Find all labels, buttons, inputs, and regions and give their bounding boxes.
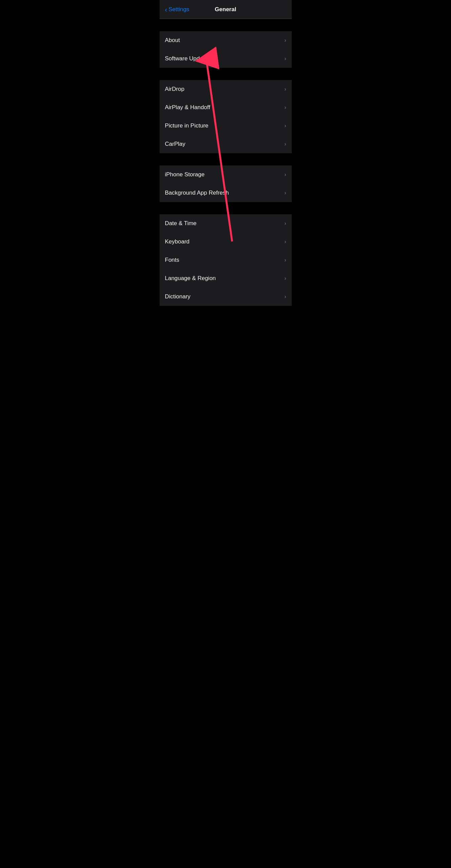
- carplay-label: CarPlay: [165, 141, 185, 147]
- picture-in-picture-item[interactable]: Picture in Picture ›: [160, 117, 292, 135]
- keyboard-item[interactable]: Keyboard ›: [160, 233, 292, 251]
- back-chevron-icon: ‹: [165, 6, 167, 13]
- keyboard-chevron-icon: ›: [284, 239, 286, 245]
- dictionary-label: Dictionary: [165, 293, 191, 300]
- carplay-chevron-icon: ›: [284, 141, 286, 147]
- section-locale: Date & Time › Keyboard › Fonts › Languag…: [160, 214, 292, 306]
- date-time-chevron-icon: ›: [284, 220, 286, 226]
- iphone-storage-label: iPhone Storage: [165, 171, 205, 178]
- fonts-item[interactable]: Fonts ›: [160, 251, 292, 269]
- back-button[interactable]: ‹ Settings: [165, 6, 189, 13]
- background-app-refresh-item[interactable]: Background App Refresh ›: [160, 184, 292, 202]
- carplay-item[interactable]: CarPlay ›: [160, 135, 292, 153]
- airdrop-label: AirDrop: [165, 86, 185, 93]
- section-storage: iPhone Storage › Background App Refresh …: [160, 165, 292, 202]
- airplay-handoff-label: AirPlay & Handoff: [165, 104, 210, 111]
- iphone-storage-item[interactable]: iPhone Storage ›: [160, 165, 292, 184]
- section-spacer-1: [160, 68, 292, 80]
- software-update-label: Software Update: [165, 55, 208, 62]
- about-item[interactable]: About ›: [160, 31, 292, 50]
- software-update-item[interactable]: Software Update ›: [160, 50, 292, 68]
- language-region-item[interactable]: Language & Region ›: [160, 269, 292, 288]
- dictionary-chevron-icon: ›: [284, 294, 286, 300]
- language-region-chevron-icon: ›: [284, 275, 286, 281]
- background-app-refresh-label: Background App Refresh: [165, 190, 229, 196]
- section-connectivity: AirDrop › AirPlay & Handoff › Picture in…: [160, 80, 292, 153]
- airdrop-item[interactable]: AirDrop ›: [160, 80, 292, 98]
- fonts-chevron-icon: ›: [284, 257, 286, 263]
- section-spacer-3: [160, 202, 292, 214]
- about-chevron-icon: ›: [284, 37, 286, 43]
- section-spacer-2: [160, 153, 292, 165]
- section-spacer-top: [160, 19, 292, 31]
- dictionary-item[interactable]: Dictionary ›: [160, 288, 292, 306]
- fonts-label: Fonts: [165, 257, 180, 263]
- software-update-chevron-icon: ›: [284, 56, 286, 62]
- keyboard-label: Keyboard: [165, 238, 190, 245]
- navigation-bar: ‹ Settings General: [160, 0, 292, 19]
- about-label: About: [165, 37, 180, 44]
- iphone-storage-chevron-icon: ›: [284, 172, 286, 178]
- language-region-label: Language & Region: [165, 275, 216, 282]
- airplay-handoff-chevron-icon: ›: [284, 104, 286, 111]
- page-title: General: [215, 6, 236, 13]
- background-app-refresh-chevron-icon: ›: [284, 190, 286, 196]
- date-time-item[interactable]: Date & Time ›: [160, 214, 292, 233]
- picture-in-picture-label: Picture in Picture: [165, 122, 209, 129]
- section-about: About › Software Update ›: [160, 31, 292, 68]
- picture-in-picture-chevron-icon: ›: [284, 123, 286, 129]
- airplay-handoff-item[interactable]: AirPlay & Handoff ›: [160, 98, 292, 117]
- airdrop-chevron-icon: ›: [284, 86, 286, 92]
- back-label: Settings: [168, 6, 189, 13]
- date-time-label: Date & Time: [165, 220, 197, 227]
